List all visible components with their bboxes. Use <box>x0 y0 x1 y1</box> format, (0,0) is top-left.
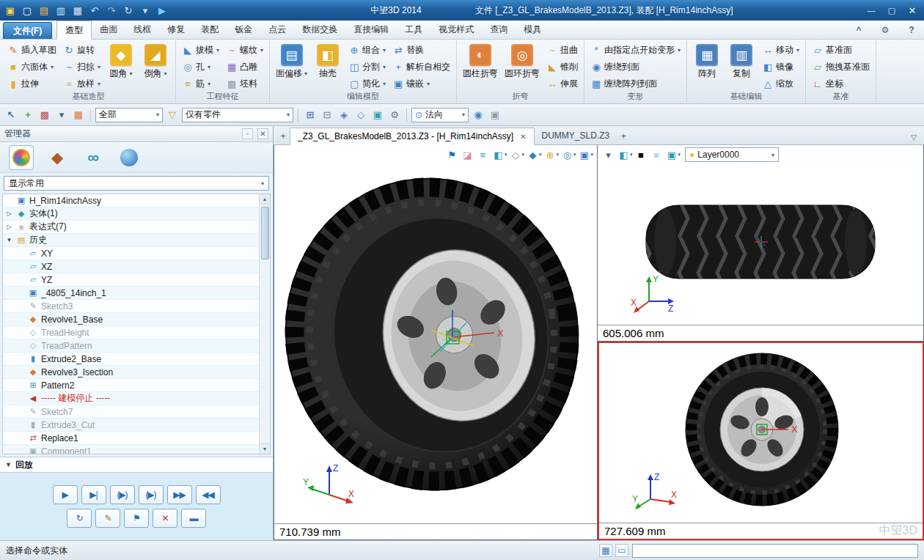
ribbon-wrap-to-face-button[interactable]: ◉缠绕到面 <box>588 59 683 75</box>
tab-overflow-icon[interactable]: ▽ <box>911 133 917 141</box>
snap-grid-off-icon[interactable]: ⊟ <box>320 108 334 122</box>
bg-color-black-icon[interactable]: ■ <box>634 148 648 162</box>
close-tab-icon[interactable]: ✕ <box>520 133 526 141</box>
tab-工具[interactable]: 工具 <box>397 21 430 39</box>
tree-item------ 建模停止 -----[interactable]: ◀----- 建模停止 ----- <box>3 392 259 405</box>
tree-item-Extrude3_Cut[interactable]: ▮Extrude3_Cut <box>3 419 259 432</box>
ribbon-simplify-button[interactable]: ▢简化▾ <box>346 75 388 92</box>
add-entity-icon[interactable]: + <box>21 108 35 122</box>
play-to-next-button[interactable]: ▶| <box>81 485 106 504</box>
tab-模具[interactable]: 模具 <box>516 21 549 39</box>
print-icon[interactable]: ▦ <box>70 3 85 18</box>
tree-item-Extrude2_Base[interactable]: ▮Extrude2_Base <box>3 353 259 366</box>
tree-item-H_Rim14inchAssy[interactable]: ▣H_Rim14inchAssy <box>3 194 259 207</box>
tree-item-Component1[interactable]: ▣Component1 <box>3 445 259 454</box>
ribbon-insert-sketch-button[interactable]: ✎插入草图 <box>5 42 59 59</box>
ribbon-stretch-button[interactable]: ↔伸展 <box>544 75 580 92</box>
bg-color-blue-icon[interactable]: ■ <box>650 148 664 162</box>
ribbon-thread-button[interactable]: ~螺纹▾ <box>224 42 265 59</box>
document-tab[interactable]: DUMMY_SLD.Z3 <box>535 127 617 144</box>
expander-icon[interactable]: ▷ <box>5 224 13 230</box>
close-replay-button[interactable]: ▬ <box>181 509 206 528</box>
filter-funnel-icon[interactable]: ▽ <box>165 108 180 122</box>
rotate-view-icon[interactable]: ◎ <box>560 148 574 162</box>
ribbon-draft-button[interactable]: ◣拔模▾ <box>180 42 221 59</box>
scroll-thumb[interactable] <box>261 207 269 259</box>
eraser-icon[interactable]: ◪ <box>461 148 474 162</box>
manager-tab-assembly[interactable]: ◆ <box>45 145 70 170</box>
ribbon-sweep-button[interactable]: ~扫掠▾ <box>61 59 103 75</box>
tree-item-Sketch7[interactable]: ✎Sketch7 <box>3 405 259 419</box>
render-mode-icon[interactable]: ▣ <box>665 148 679 162</box>
tree-item-Sketch3[interactable]: ✎Sketch3 <box>3 300 259 313</box>
entity-filter-all-dropdown[interactable]: 全部▾ <box>95 108 163 122</box>
tree-item-TreadPattern[interactable]: ◇TreadPattern <box>3 339 259 353</box>
ribbon-rib-button[interactable]: ≡筋▾ <box>180 75 221 92</box>
scroll-down-icon[interactable]: ▼ <box>260 443 270 454</box>
zoom-icon[interactable]: ⊕ <box>543 148 557 162</box>
command-input[interactable] <box>632 544 918 558</box>
ribbon-shell-button[interactable]: ◧抽壳 <box>312 42 344 80</box>
tree-item-历史[interactable]: ▼▤历史 <box>3 234 259 247</box>
walk-through-icon[interactable]: ⚑ <box>445 148 459 162</box>
pick-settings-icon[interactable]: ⚙ <box>387 108 402 122</box>
tab-线框[interactable]: 线框 <box>125 21 159 39</box>
help-icon[interactable]: ? <box>905 23 918 37</box>
ribbon-mirror-button[interactable]: ◧镜像 <box>760 59 802 75</box>
tab-查询[interactable]: 查询 <box>482 21 516 39</box>
viewport-top-right[interactable]: ▾◧▾■■▣▾●Layer0000▾ Y Z X <box>598 145 924 342</box>
ribbon-inlay-button[interactable]: ▣镶嵌▾ <box>390 75 452 92</box>
tree-item-Replace1[interactable]: ⇄Replace1 <box>3 432 259 445</box>
tab-造型[interactable]: 造型 <box>56 21 92 40</box>
tree-item-Pattern2[interactable]: ⊞Pattern2 <box>3 379 259 392</box>
close-button[interactable]: ✕ <box>902 2 923 18</box>
tab-修复[interactable]: 修复 <box>159 21 193 39</box>
customize-icon[interactable]: ↻ <box>121 3 136 18</box>
scroll-up-icon[interactable]: ▲ <box>260 194 270 205</box>
quick-access-caret-icon[interactable]: ▾ <box>138 3 153 18</box>
manager-tab-view[interactable] <box>117 145 142 170</box>
ribbon-revolve-button[interactable]: ↻旋转 <box>61 42 103 59</box>
ribbon-datum-plane-button[interactable]: ▱基准面 <box>810 42 872 59</box>
collapse-ribbon-icon[interactable]: ^ <box>852 23 865 37</box>
ribbon-move-button[interactable]: ↔移动▾ <box>760 42 802 59</box>
expander-icon[interactable]: ▷ <box>5 210 13 217</box>
expander-icon[interactable]: ▼ <box>5 237 13 243</box>
stop-button[interactable]: ✕ <box>153 509 177 528</box>
ribbon-fillet-button[interactable]: ◆圆角▾ <box>105 42 137 80</box>
part-filter-dropdown[interactable]: 仅有零件▾ <box>182 108 293 122</box>
normal-direction-dropdown[interactable]: ⊙法向▾ <box>411 108 469 122</box>
ribbon-divide-button[interactable]: ◫分割▾ <box>346 59 388 75</box>
ribbon-scale-button[interactable]: △缩放 <box>760 75 802 92</box>
tree-item-XY[interactable]: ▱XY <box>3 247 259 260</box>
rewind-button[interactable]: ◀◀ <box>196 485 221 504</box>
tree-item-XZ[interactable]: ▱XZ <box>3 260 259 273</box>
view-dropdown-caret-icon[interactable]: ▾ <box>601 148 615 162</box>
ribbon-cylindrical-bend-button[interactable]: ◐圆柱折弯 <box>461 42 500 80</box>
wireframe-mode-icon[interactable]: ◇ <box>508 148 522 162</box>
shade-mode-icon[interactable]: ◧ <box>491 148 505 162</box>
close-panel-icon[interactable]: ✕ <box>257 128 268 139</box>
layer-stack-icon[interactable]: ≡ <box>476 148 490 162</box>
ribbon-deform-from-point-button[interactable]: *由指定点开始变形▾ <box>588 42 683 59</box>
ribbon-replace-button[interactable]: ⇄替换 <box>390 42 452 59</box>
tab-曲面[interactable]: 曲面 <box>92 21 125 39</box>
ribbon-pattern-button[interactable]: ▦阵列 <box>691 42 723 80</box>
redo-icon[interactable]: ↷ <box>104 3 119 18</box>
pick-curve-icon[interactable]: ◇ <box>353 108 368 122</box>
snap-grid-icon[interactable]: ⊞ <box>303 108 318 122</box>
ribbon-stock-button[interactable]: ▩坯料 <box>224 75 265 92</box>
tree-scrollbar[interactable]: ▲ ▼ <box>259 194 270 454</box>
minimize-button[interactable]: — <box>861 2 881 18</box>
open-file-icon[interactable]: ▤ <box>37 3 51 18</box>
ribbon-box-button[interactable]: ■六面体▾ <box>5 59 59 75</box>
input-toggle-icon[interactable]: ▭ <box>615 544 628 557</box>
ribbon-face-offset-button[interactable]: ▤面偏移▾ <box>274 42 309 80</box>
file-menu-button[interactable]: 文件(F) <box>3 22 52 39</box>
ribbon-hole-button[interactable]: ◎孔▾ <box>180 59 221 75</box>
replay-header[interactable]: ▼ 回放 <box>0 457 273 473</box>
app-logo-icon[interactable]: ▣ <box>3 3 18 18</box>
ribbon-taper-button[interactable]: ◣锥削 <box>544 59 580 75</box>
tree-item-YZ[interactable]: ▱YZ <box>3 273 259 287</box>
ribbon-toroidal-bend-button[interactable]: ◎圆环折弯 <box>502 42 542 80</box>
